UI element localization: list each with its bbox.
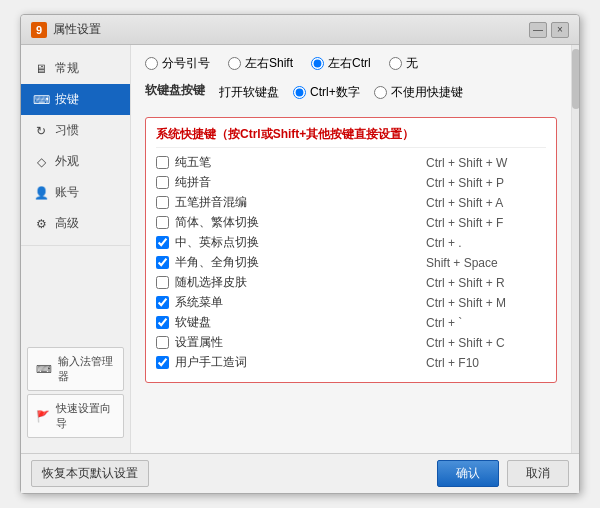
shortcut-row-random: 随机选择皮肤 Ctrl + Shift + R [156, 274, 546, 291]
keyboard-section-label: 软键盘按键 [145, 82, 205, 99]
key-soft-kbd: Ctrl + ` [426, 316, 546, 330]
label-chun-pinyin: 纯拼音 [175, 174, 420, 191]
scrollbar[interactable] [571, 45, 579, 453]
main-window: 9 属性设置 — × 🖥 常规 ⌨ 按键 ↻ 习惯 ◇ [20, 14, 580, 494]
sidebar-label-general: 常规 [55, 60, 79, 77]
shortcut-row-soft-kbd: 软键盘 Ctrl + ` [156, 314, 546, 331]
sidebar-item-keys[interactable]: ⌨ 按键 [21, 84, 130, 115]
shortcut-box: 系统快捷键（按Ctrl或Shift+其他按键直接设置） 纯五笔 Ctrl + S… [145, 117, 557, 383]
account-icon: 👤 [33, 185, 49, 201]
input-manager-button[interactable]: ⌨ 输入法管理器 [27, 347, 124, 391]
app-icon: 9 [31, 22, 47, 38]
checkbox-user-phrases[interactable] [156, 356, 169, 369]
radio-none[interactable]: 无 [389, 55, 418, 72]
checkbox-settings[interactable] [156, 336, 169, 349]
radio-ctrl-num[interactable]: Ctrl+数字 [293, 84, 360, 101]
radio-none-label: 无 [406, 55, 418, 72]
key-sys-menu: Ctrl + Shift + M [426, 296, 546, 310]
label-wubi-pinyin: 五笔拼音混编 [175, 194, 420, 211]
radio-no-shortcut[interactable]: 不使用快捷键 [374, 84, 463, 101]
input-manager-icon: ⌨ [36, 363, 52, 376]
key-cn-en: Ctrl + . [426, 236, 546, 250]
sidebar-item-habits[interactable]: ↻ 习惯 [21, 115, 130, 146]
quick-setup-label: 快速设置向导 [56, 401, 115, 431]
checkbox-jian-fan[interactable] [156, 216, 169, 229]
top-radio-group: 分号引号 左右Shift 左右Ctrl 无 [145, 55, 557, 72]
label-chun-wu: 纯五笔 [175, 154, 420, 171]
label-jian-fan: 简体、繁体切换 [175, 214, 420, 231]
restore-button[interactable]: 恢复本页默认设置 [31, 460, 149, 487]
bottom-bar: 恢复本页默认设置 确认 取消 [21, 453, 579, 493]
title-controls: — × [529, 22, 569, 38]
sidebar-label-habits: 习惯 [55, 122, 79, 139]
shortcut-title: 系统快捷键（按Ctrl或Shift+其他按键直接设置） [156, 126, 546, 148]
key-chun-pinyin: Ctrl + Shift + P [426, 176, 546, 190]
sidebar-bottom: ⌨ 输入法管理器 🚩 快速设置向导 [21, 340, 130, 445]
keyboard-section: 软键盘按键 打开软键盘 Ctrl+数字 不使用快捷键 [145, 82, 557, 107]
label-user-phrases: 用户手工造词 [175, 354, 420, 371]
key-settings: Ctrl + Shift + C [426, 336, 546, 350]
sidebar-item-appearance[interactable]: ◇ 外观 [21, 146, 130, 177]
label-cn-en: 中、英标点切换 [175, 234, 420, 251]
window-title: 属性设置 [53, 21, 101, 38]
sidebar-label-keys: 按键 [55, 91, 79, 108]
shortcut-row-ban-quan: 半角、全角切换 Shift + Space [156, 254, 546, 271]
sidebar-item-advanced[interactable]: ⚙ 高级 [21, 208, 130, 239]
habits-icon: ↻ [33, 123, 49, 139]
shortcut-row-chun-pinyin: 纯拼音 Ctrl + Shift + P [156, 174, 546, 191]
general-icon: 🖥 [33, 61, 49, 77]
sidebar-item-account[interactable]: 👤 账号 [21, 177, 130, 208]
key-jian-fan: Ctrl + Shift + F [426, 216, 546, 230]
sidebar-label-advanced: 高级 [55, 215, 79, 232]
quick-setup-icon: 🚩 [36, 410, 50, 423]
checkbox-chun-pinyin[interactable] [156, 176, 169, 189]
keys-icon: ⌨ [33, 92, 49, 108]
label-sys-menu: 系统菜单 [175, 294, 420, 311]
radio-left-shift-label: 左右Shift [245, 55, 293, 72]
key-ban-quan: Shift + Space [426, 256, 546, 270]
cancel-button[interactable]: 取消 [507, 460, 569, 487]
content-area: 🖥 常规 ⌨ 按键 ↻ 习惯 ◇ 外观 👤 账号 ⚙ 高级 [21, 45, 579, 453]
radio-fen-hao[interactable]: 分号引号 [145, 55, 210, 72]
label-settings: 设置属性 [175, 334, 420, 351]
label-random: 随机选择皮肤 [175, 274, 420, 291]
shortcut-row-jian-fan: 简体、繁体切换 Ctrl + Shift + F [156, 214, 546, 231]
minimize-button[interactable]: — [529, 22, 547, 38]
checkbox-sys-menu[interactable] [156, 296, 169, 309]
ok-button[interactable]: 确认 [437, 460, 499, 487]
radio-left-ctrl-label: 左右Ctrl [328, 55, 371, 72]
checkbox-chun-wu[interactable] [156, 156, 169, 169]
shortcut-row-settings: 设置属性 Ctrl + Shift + C [156, 334, 546, 351]
open-keyboard-label: 打开软键盘 [219, 84, 279, 101]
sidebar-divider [21, 245, 130, 246]
shortcut-row-wubi-pinyin: 五笔拼音混编 Ctrl + Shift + A [156, 194, 546, 211]
radio-left-shift[interactable]: 左右Shift [228, 55, 293, 72]
checkbox-cn-en[interactable] [156, 236, 169, 249]
radio-left-ctrl[interactable]: 左右Ctrl [311, 55, 371, 72]
shortcut-row-sys-menu: 系统菜单 Ctrl + Shift + M [156, 294, 546, 311]
ctrl-num-label: Ctrl+数字 [310, 84, 360, 101]
shortcut-row-cn-en: 中、英标点切换 Ctrl + . [156, 234, 546, 251]
main-panel: 分号引号 左右Shift 左右Ctrl 无 软键盘按键 [131, 45, 571, 453]
quick-setup-button[interactable]: 🚩 快速设置向导 [27, 394, 124, 438]
scrollbar-thumb[interactable] [572, 49, 579, 109]
input-manager-label: 输入法管理器 [58, 354, 115, 384]
checkbox-ban-quan[interactable] [156, 256, 169, 269]
sidebar-label-appearance: 外观 [55, 153, 79, 170]
radio-fen-hao-label: 分号引号 [162, 55, 210, 72]
sidebar-item-general[interactable]: 🖥 常规 [21, 53, 130, 84]
sidebar: 🖥 常规 ⌨ 按键 ↻ 习惯 ◇ 外观 👤 账号 ⚙ 高级 [21, 45, 131, 453]
key-chun-wu: Ctrl + Shift + W [426, 156, 546, 170]
checkbox-random[interactable] [156, 276, 169, 289]
keyboard-row: 软键盘按键 打开软键盘 Ctrl+数字 不使用快捷键 [145, 82, 557, 103]
key-random: Ctrl + Shift + R [426, 276, 546, 290]
action-buttons: 确认 取消 [437, 460, 569, 487]
sidebar-label-account: 账号 [55, 184, 79, 201]
checkbox-soft-kbd[interactable] [156, 316, 169, 329]
close-button[interactable]: × [551, 22, 569, 38]
appearance-icon: ◇ [33, 154, 49, 170]
title-bar-left: 9 属性设置 [31, 21, 101, 38]
checkbox-wubi-pinyin[interactable] [156, 196, 169, 209]
shortcut-row-user-phrases: 用户手工造词 Ctrl + F10 [156, 354, 546, 371]
key-wubi-pinyin: Ctrl + Shift + A [426, 196, 546, 210]
